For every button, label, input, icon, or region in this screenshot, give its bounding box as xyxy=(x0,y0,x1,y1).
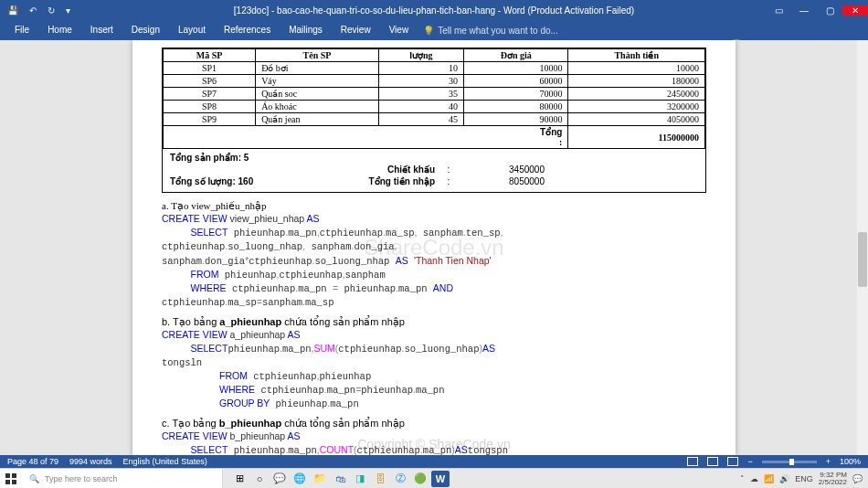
start-button[interactable] xyxy=(0,469,22,489)
ribbon-options-icon[interactable]: ▭ xyxy=(766,5,791,16)
chiet-khau-label: Chiết khấu xyxy=(298,164,435,175)
search-icon: 🔍 xyxy=(29,474,39,483)
tab-references[interactable]: References xyxy=(215,20,280,40)
zoom-in-icon[interactable]: + xyxy=(826,457,831,466)
taskbar-search[interactable]: 🔍 Type here to search xyxy=(22,469,223,489)
code-block-b: CREATE VIEW a_phieunhap AS SELECTphieunh… xyxy=(162,328,706,410)
chiet-khau-value: 3450000 xyxy=(462,164,545,175)
minimize-button[interactable]: — xyxy=(791,5,817,16)
tell-me-box[interactable]: 💡 Tell me what you want to do... xyxy=(423,26,558,36)
title-bar: 💾 ↶ ↻ ▾ [123doc] - bao-cao-he-quan-tri-c… xyxy=(0,0,868,20)
th-dongia: Đơn giá xyxy=(463,49,567,62)
code-block-c: CREATE VIEW b_phieunhap AS SELECT phieun… xyxy=(162,430,706,455)
tab-mailings[interactable]: Mailings xyxy=(280,20,332,40)
tray-chevron-up-icon[interactable]: ˄ xyxy=(740,474,745,483)
svg-rect-1 xyxy=(5,473,10,478)
report-table: Mã SP Tên SP lượng Đơn giá Thành tiền SP… xyxy=(162,48,706,193)
task-view-icon[interactable]: ⊞ xyxy=(230,471,249,487)
tong-label: Tổng: xyxy=(164,126,568,149)
app-edge-icon[interactable]: 🌐 xyxy=(291,471,309,487)
app-zalo-icon[interactable]: Ⓩ xyxy=(391,471,409,487)
status-page[interactable]: Page 48 of 79 xyxy=(7,457,58,466)
undo-icon[interactable]: ↶ xyxy=(29,5,37,16)
tab-design[interactable]: Design xyxy=(122,20,169,40)
table-row: SP6Váy3060000180000 xyxy=(164,75,705,88)
th-masp: Mã SP xyxy=(164,49,256,62)
tray-language[interactable]: ENG xyxy=(795,474,813,483)
app-sql-icon[interactable]: 🗄 xyxy=(371,471,389,487)
tong-tien-label: Tổng tiền nhập xyxy=(298,176,435,186)
table-row: SP1Đồ bơi101000010000 xyxy=(164,62,705,75)
vertical-scrollbar[interactable] xyxy=(857,40,868,455)
table-total-row: Tổng:115000000 xyxy=(164,126,705,149)
app-explorer-icon[interactable]: 📁 xyxy=(311,471,329,487)
code-block-a: CREATE VIEW view_phieu_nhap AS SELECT ph… xyxy=(162,212,706,309)
tab-review[interactable]: Review xyxy=(332,20,380,40)
document-page[interactable]: ShareCode.vn Mã SP Tên SP lượng Đơn giá … xyxy=(132,40,736,455)
qat-dropdown-icon[interactable]: ▾ xyxy=(66,5,70,16)
tell-me-text: Tell me what you want to do... xyxy=(438,26,558,36)
tab-home[interactable]: Home xyxy=(38,20,81,40)
svg-rect-3 xyxy=(5,480,10,484)
zoom-out-icon[interactable]: − xyxy=(747,457,752,466)
quick-access-toolbar: 💾 ↶ ↻ ▾ xyxy=(0,5,70,16)
ribbon-tabs: File Home Insert Design Layout Reference… xyxy=(0,20,868,40)
tray-volume-icon[interactable]: 🔊 xyxy=(779,474,789,483)
print-layout-icon[interactable] xyxy=(707,457,718,466)
lightbulb-icon: 💡 xyxy=(423,26,434,36)
web-layout-icon[interactable] xyxy=(727,457,738,466)
document-area[interactable]: ShareCode.vn Mã SP Tên SP lượng Đơn giá … xyxy=(0,40,868,455)
th-luong: lượng xyxy=(378,49,463,62)
close-button[interactable]: ✕ xyxy=(842,5,868,16)
tab-insert[interactable]: Insert xyxy=(81,20,122,40)
svg-rect-4 xyxy=(12,480,16,484)
redo-icon[interactable]: ↻ xyxy=(48,5,55,16)
save-icon[interactable]: 💾 xyxy=(7,5,18,16)
app-chat-icon[interactable]: 💬 xyxy=(270,471,289,487)
th-tensp: Tên SP xyxy=(256,49,379,62)
tray-notifications-icon[interactable]: 💬 xyxy=(852,474,863,483)
th-thanhtien: Thành tiền xyxy=(568,49,705,62)
table-row: SP7Quần soc35700002450000 xyxy=(164,88,705,101)
section-a-label: a. Tạo view_phiếu_nhập xyxy=(162,200,706,212)
zoom-level[interactable]: 100% xyxy=(840,457,861,466)
tong-so-luong: Tổng số lượng: 160 xyxy=(170,176,298,186)
svg-rect-2 xyxy=(12,473,16,478)
tab-file[interactable]: File xyxy=(5,20,38,40)
table-row: SP8Áo khoác40800003200000 xyxy=(164,101,705,113)
table-header-row: Mã SP Tên SP lượng Đơn giá Thành tiền xyxy=(164,49,705,62)
tong-tien-value: 8050000 xyxy=(462,176,545,186)
section-b-label: b. Tạo bảng a_phieunhap chứa tổng sản ph… xyxy=(162,316,706,328)
cortana-icon[interactable]: ○ xyxy=(250,471,269,487)
tray-clock[interactable]: 9:32 PM 2/5/2022 xyxy=(819,472,847,486)
table-row: SP9Quần jean45900004050000 xyxy=(164,113,705,126)
status-language[interactable]: English (United States) xyxy=(123,457,207,466)
tab-view[interactable]: View xyxy=(380,20,418,40)
window-title: [123doc] - bao-cao-he-quan-tri-co-so-du-… xyxy=(234,5,634,16)
search-placeholder: Type here to search xyxy=(45,474,118,483)
tray-network-icon[interactable]: 📶 xyxy=(764,474,774,483)
app-store-icon[interactable]: 🛍 xyxy=(331,471,349,487)
app-vscode-icon[interactable]: ◨ xyxy=(351,471,369,487)
zoom-slider[interactable] xyxy=(762,461,817,463)
tong-san-pham: Tổng sản phẩm: 5 xyxy=(170,153,298,163)
status-bar: Page 48 of 79 9994 words English (United… xyxy=(0,455,868,468)
scrollbar-thumb[interactable] xyxy=(858,232,867,287)
read-mode-icon[interactable] xyxy=(687,457,698,466)
app-word-icon[interactable]: W xyxy=(431,471,450,487)
tray-onedrive-icon[interactable]: ☁ xyxy=(750,474,758,483)
app-chrome-icon[interactable]: 🟢 xyxy=(411,471,429,487)
section-c-label: c. Tạo bảng b_phieunhap chứa tổng sản ph… xyxy=(162,418,706,430)
tab-layout[interactable]: Layout xyxy=(169,20,215,40)
status-words[interactable]: 9994 words xyxy=(69,457,112,466)
maximize-button[interactable]: ▢ xyxy=(817,5,842,16)
windows-taskbar: 🔍 Type here to search ⊞ ○ 💬 🌐 📁 🛍 ◨ 🗄 Ⓩ … xyxy=(0,468,868,488)
tray-date: 2/5/2022 xyxy=(819,479,847,486)
